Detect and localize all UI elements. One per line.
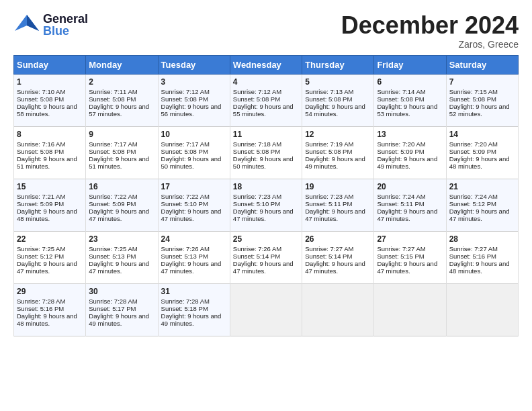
sunrise-text: Sunrise: 7:24 AM [449, 193, 498, 200]
sunrise-text: Sunrise: 7:20 AM [377, 140, 425, 148]
calendar-cell: 29Sunrise: 7:28 AMSunset: 5:16 PMDayligh… [14, 283, 86, 336]
day-number: 9 [89, 130, 154, 139]
sunrise-text: Sunrise: 7:25 AM [89, 245, 137, 253]
daylight-text: Daylight: 9 hours and 52 minutes. [449, 103, 510, 118]
daylight-text: Daylight: 9 hours and 47 minutes. [233, 208, 294, 222]
sunset-text: Sunset: 5:14 PM [305, 253, 352, 260]
sunrise-text: Sunrise: 7:12 AM [233, 88, 281, 95]
calendar-body: 1Sunrise: 7:10 AMSunset: 5:08 PMDaylight… [14, 74, 519, 336]
header-day-monday: Monday [86, 55, 158, 74]
sunset-text: Sunset: 5:13 PM [161, 253, 208, 260]
sunset-text: Sunset: 5:17 PM [89, 305, 136, 312]
calendar-cell: 8Sunrise: 7:16 AMSunset: 5:08 PMDaylight… [14, 126, 86, 179]
calendar-cell: 6Sunrise: 7:14 AMSunset: 5:08 PMDaylight… [374, 74, 446, 126]
sunrise-text: Sunrise: 7:24 AM [377, 193, 425, 200]
calendar-cell: 28Sunrise: 7:27 AMSunset: 5:16 PMDayligh… [446, 231, 518, 283]
sunset-text: Sunset: 5:08 PM [161, 95, 208, 103]
sunrise-text: Sunrise: 7:22 AM [89, 193, 137, 200]
calendar-cell: 23Sunrise: 7:25 AMSunset: 5:13 PMDayligh… [86, 231, 158, 283]
sunset-text: Sunset: 5:08 PM [233, 148, 280, 155]
day-number: 22 [17, 234, 83, 244]
daylight-text: Daylight: 9 hours and 47 minutes. [449, 208, 510, 222]
sunset-text: Sunset: 5:08 PM [89, 148, 136, 155]
sunset-text: Sunset: 5:11 PM [377, 200, 424, 208]
calendar-cell: 14Sunrise: 7:20 AMSunset: 5:09 PMDayligh… [446, 126, 518, 179]
sunrise-text: Sunrise: 7:12 AM [161, 88, 210, 95]
sunrise-text: Sunrise: 7:11 AM [89, 88, 137, 95]
sunrise-text: Sunrise: 7:27 AM [305, 245, 353, 253]
logo-general: General [43, 13, 88, 25]
calendar-header: SundayMondayTuesdayWednesdayThursdayFrid… [14, 55, 519, 74]
daylight-text: Daylight: 9 hours and 47 minutes. [161, 208, 222, 222]
sunset-text: Sunset: 5:12 PM [17, 253, 64, 260]
calendar-cell: 7Sunrise: 7:15 AMSunset: 5:08 PMDaylight… [446, 74, 518, 126]
day-number: 21 [449, 182, 515, 191]
header-day-sunday: Sunday [14, 55, 86, 74]
sunset-text: Sunset: 5:08 PM [17, 95, 64, 103]
daylight-text: Daylight: 9 hours and 47 minutes. [17, 260, 77, 275]
daylight-text: Daylight: 9 hours and 48 minutes. [17, 208, 77, 222]
daylight-text: Daylight: 9 hours and 48 minutes. [449, 260, 510, 275]
sunrise-text: Sunrise: 7:27 AM [377, 245, 425, 253]
sunrise-text: Sunrise: 7:28 AM [161, 298, 210, 305]
sunrise-text: Sunrise: 7:26 AM [161, 245, 210, 253]
daylight-text: Daylight: 9 hours and 54 minutes. [305, 103, 365, 118]
daylight-text: Daylight: 9 hours and 50 minutes. [161, 155, 222, 170]
sunrise-text: Sunrise: 7:19 AM [305, 140, 353, 148]
day-number: 8 [17, 130, 83, 139]
daylight-text: Daylight: 9 hours and 48 minutes. [449, 155, 510, 170]
day-number: 27 [377, 234, 443, 244]
title-block: December 2024 Zaros, Greece [341, 12, 519, 50]
sunset-text: Sunset: 5:16 PM [17, 305, 64, 312]
sunrise-text: Sunrise: 7:25 AM [17, 245, 65, 253]
sunrise-text: Sunrise: 7:26 AM [233, 245, 281, 253]
daylight-text: Daylight: 9 hours and 47 minutes. [377, 260, 437, 275]
sunset-text: Sunset: 5:10 PM [161, 200, 208, 208]
sunset-text: Sunset: 5:09 PM [377, 148, 424, 155]
sunset-text: Sunset: 5:15 PM [377, 253, 424, 260]
calendar-cell: 11Sunrise: 7:18 AMSunset: 5:08 PMDayligh… [230, 126, 302, 179]
sunset-text: Sunset: 5:08 PM [449, 95, 496, 103]
page: General Blue December 2024 Zaros, Greece… [0, 0, 532, 411]
day-number: 28 [449, 234, 515, 244]
sunrise-text: Sunrise: 7:18 AM [233, 140, 281, 148]
day-number: 18 [233, 182, 299, 191]
day-number: 4 [233, 77, 299, 87]
sunrise-text: Sunrise: 7:17 AM [161, 140, 210, 148]
header-day-tuesday: Tuesday [158, 55, 230, 74]
sunrise-text: Sunrise: 7:10 AM [17, 88, 65, 95]
daylight-text: Daylight: 9 hours and 49 minutes. [377, 155, 437, 170]
day-number: 14 [449, 130, 515, 139]
day-number: 12 [305, 130, 371, 139]
day-number: 26 [305, 234, 371, 244]
logo: General Blue [13, 12, 88, 37]
sunrise-text: Sunrise: 7:22 AM [161, 193, 210, 200]
calendar-table: SundayMondayTuesdayWednesdayThursdayFrid… [13, 55, 519, 336]
calendar-cell: 30Sunrise: 7:28 AMSunset: 5:17 PMDayligh… [86, 283, 158, 336]
header-day-wednesday: Wednesday [230, 55, 302, 74]
sunset-text: Sunset: 5:18 PM [161, 305, 208, 312]
calendar-cell: 19Sunrise: 7:23 AMSunset: 5:11 PMDayligh… [302, 179, 374, 231]
header-day-saturday: Saturday [446, 55, 518, 74]
sunset-text: Sunset: 5:08 PM [305, 95, 352, 103]
svg-marker-1 [27, 15, 39, 31]
daylight-text: Daylight: 9 hours and 49 minutes. [89, 312, 149, 327]
header-day-thursday: Thursday [302, 55, 374, 74]
sunset-text: Sunset: 5:08 PM [305, 148, 352, 155]
daylight-text: Daylight: 9 hours and 49 minutes. [305, 155, 365, 170]
day-number: 1 [17, 77, 83, 87]
daylight-text: Daylight: 9 hours and 55 minutes. [233, 103, 294, 118]
calendar-cell: 22Sunrise: 7:25 AMSunset: 5:12 PMDayligh… [14, 231, 86, 283]
day-number: 16 [89, 182, 154, 191]
calendar-cell: 16Sunrise: 7:22 AMSunset: 5:09 PMDayligh… [86, 179, 158, 231]
daylight-text: Daylight: 9 hours and 57 minutes. [89, 103, 149, 118]
day-number: 24 [161, 234, 227, 244]
day-number: 13 [377, 130, 443, 139]
header: General Blue December 2024 Zaros, Greece [13, 12, 519, 50]
sunrise-text: Sunrise: 7:13 AM [305, 88, 353, 95]
sunrise-text: Sunrise: 7:27 AM [449, 245, 498, 253]
logo-icon [13, 12, 40, 37]
sunrise-text: Sunrise: 7:14 AM [377, 88, 425, 95]
calendar-cell: 31Sunrise: 7:28 AMSunset: 5:18 PMDayligh… [158, 283, 230, 336]
daylight-text: Daylight: 9 hours and 47 minutes. [161, 260, 222, 275]
